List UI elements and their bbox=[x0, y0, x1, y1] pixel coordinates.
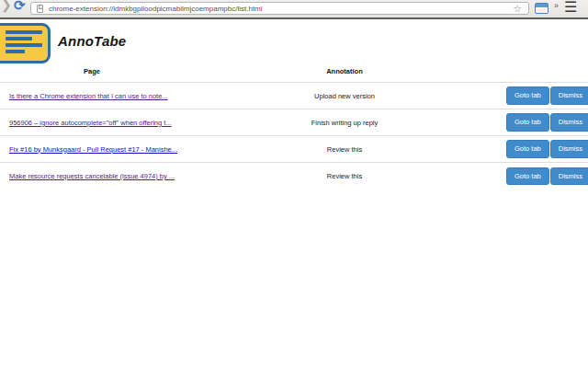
goto-tab-button[interactable]: Goto tab bbox=[506, 86, 549, 105]
table-header-row: Page Annotation bbox=[0, 63, 588, 83]
page-link[interactable]: 956906 – ignore autocomplete="off" when … bbox=[9, 119, 172, 127]
document-icon bbox=[37, 5, 43, 13]
annotabe-logo-icon bbox=[0, 23, 51, 63]
browser-toolbar: ❯ ⟳ chrome-extension://ldmkbgpiloodpicma… bbox=[0, 0, 588, 17]
dismiss-button[interactable]: Dismiss bbox=[550, 86, 588, 105]
annotation-text: Review this bbox=[184, 136, 505, 163]
overflow-chevron-icon[interactable]: » bbox=[554, 1, 559, 10]
column-header-actions bbox=[505, 63, 588, 83]
annotation-text: Upload new version bbox=[184, 83, 505, 109]
browser-window: ❯ ⟳ chrome-extension://ldmkbgpiloodpicma… bbox=[0, 0, 588, 368]
table-row: Make resource requests cancelable (issue… bbox=[0, 163, 588, 190]
toolbar-border bbox=[0, 17, 588, 19]
table-row: 956906 – ignore autocomplete="off" when … bbox=[0, 109, 588, 136]
annotations-table: Page Annotation Is there a Chrome extens… bbox=[0, 63, 588, 190]
bookmark-star-icon[interactable]: ☆ bbox=[513, 3, 522, 15]
hamburger-menu-icon[interactable]: ☰ bbox=[564, 0, 577, 16]
annotation-text: Review this bbox=[184, 163, 505, 190]
column-header-annotation: Annotation bbox=[184, 63, 505, 83]
dismiss-button[interactable]: Dismiss bbox=[550, 167, 588, 186]
goto-tab-button[interactable]: Goto tab bbox=[506, 167, 549, 186]
column-header-page: Page bbox=[0, 63, 184, 83]
dismiss-button[interactable]: Dismiss bbox=[550, 113, 588, 132]
address-bar[interactable]: chrome-extension://ldmkbgpiloodpicmabilm… bbox=[30, 2, 529, 15]
table-row: Fix #16 by Munksgaard - Pull Request #17… bbox=[0, 136, 588, 163]
reload-icon[interactable]: ⟳ bbox=[14, 0, 26, 14]
annotabe-extension-icon[interactable] bbox=[535, 3, 548, 14]
goto-tab-button[interactable]: Goto tab bbox=[506, 140, 549, 158]
page-title: AnnoTabe bbox=[58, 33, 126, 49]
table-row: Is there a Chrome extension that I can u… bbox=[0, 83, 588, 109]
page-link[interactable]: Make resource requests cancelable (issue… bbox=[9, 172, 175, 180]
forward-icon[interactable]: ❯ bbox=[1, 0, 12, 12]
dismiss-button[interactable]: Dismiss bbox=[550, 140, 588, 158]
page-link[interactable]: Is there a Chrome extension that I can u… bbox=[9, 92, 168, 100]
page-link[interactable]: Fix #16 by Munksgaard - Pull Request #17… bbox=[9, 145, 177, 154]
url-text[interactable]: chrome-extension://ldmkbgpiloodpicmabilm… bbox=[49, 5, 263, 14]
annotation-text: Finish writing up reply bbox=[184, 109, 505, 136]
goto-tab-button[interactable]: Goto tab bbox=[506, 113, 549, 132]
